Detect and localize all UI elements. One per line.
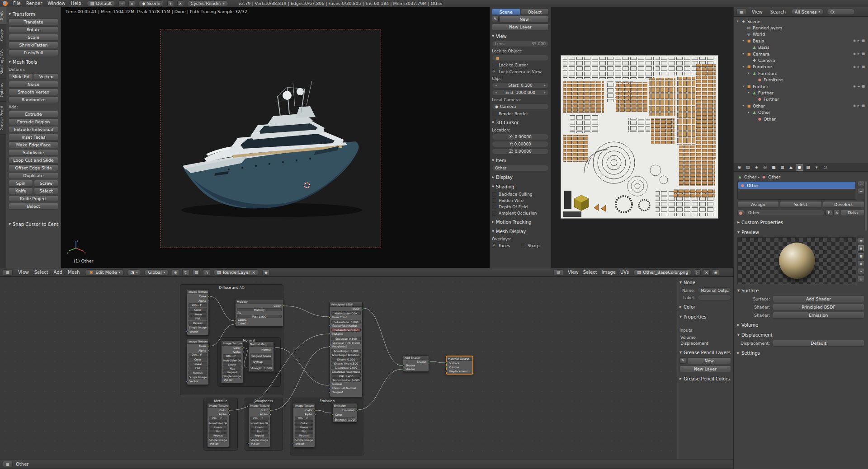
lock-object-field[interactable]: ■ bbox=[492, 55, 549, 61]
outliner-row[interactable]: ▾▲Further bbox=[735, 89, 867, 96]
delete-layout-button[interactable]: × bbox=[128, 0, 135, 7]
outliner-row[interactable]: ●Further bbox=[735, 96, 867, 103]
cursor-y-field[interactable]: Y: 0.00000 bbox=[492, 141, 549, 147]
render-engine-selector[interactable]: Cycles Render▾ bbox=[187, 0, 228, 7]
checkbox-hidden-wire[interactable]: Hidden Wire bbox=[492, 197, 549, 203]
renderlayer-field[interactable]: ▤RenderLayer× bbox=[213, 269, 259, 276]
scene-tab[interactable]: ◈ bbox=[753, 164, 760, 171]
surface-panel-header[interactable]: ▼Surface bbox=[737, 287, 864, 294]
outliner-search-menu[interactable]: Search bbox=[768, 9, 788, 14]
outliner-row[interactable]: ▾■Further◉►■ bbox=[735, 83, 867, 89]
tool-button[interactable]: Randomize bbox=[9, 96, 58, 103]
image-unlink-button[interactable]: × bbox=[703, 269, 710, 276]
manipulator-rotate-icon[interactable]: ↻ bbox=[182, 269, 189, 276]
grease-pencil-draw-icon[interactable]: ✎ bbox=[679, 357, 686, 364]
preview-monkey-button[interactable]: ◉ bbox=[858, 260, 864, 267]
node-material-output[interactable]: Material OutputSurfaceVolumeDisplacement bbox=[446, 356, 473, 374]
menubar-menu[interactable]: Render bbox=[24, 1, 45, 6]
preview-world-button[interactable]: ◎ bbox=[858, 276, 864, 282]
viewport-menu[interactable]: Select bbox=[32, 270, 51, 275]
faces-checkbox[interactable]: ✓Faces bbox=[492, 243, 520, 249]
tool-button[interactable]: Smooth Vertex bbox=[9, 89, 58, 95]
grease-pencil-new-button[interactable]: New bbox=[500, 16, 549, 23]
shader-2-dropdown[interactable]: Emission bbox=[773, 312, 864, 319]
local-camera-field[interactable]: ◆Camera bbox=[492, 103, 549, 110]
tool-button[interactable]: Knife bbox=[9, 188, 33, 194]
item-panel-header[interactable]: ▼Item bbox=[492, 157, 549, 164]
shading-panel-header[interactable]: ▼Shading bbox=[492, 183, 549, 190]
select-button[interactable]: Select bbox=[780, 201, 821, 208]
lens-field[interactable]: Lens:35.000 bbox=[492, 41, 549, 47]
render-camera-icon[interactable]: ◆ bbox=[262, 269, 269, 276]
axis-gizmo-icon[interactable]: x y z bbox=[66, 238, 86, 257]
custom-properties-header[interactable]: ▶Custom Properties bbox=[737, 219, 864, 226]
new-layer-button[interactable]: New Layer bbox=[492, 23, 549, 30]
view-panel-header[interactable]: ▼View bbox=[492, 33, 549, 40]
editor-type-uv-icon[interactable]: ▤ bbox=[553, 269, 563, 276]
outliner-row[interactable]: ▾▲Other bbox=[735, 109, 867, 115]
outliner-row[interactable]: ▾▲Furniture bbox=[735, 70, 867, 76]
uv-menu[interactable]: View bbox=[566, 270, 581, 275]
unlink-material-button[interactable]: × bbox=[833, 210, 840, 216]
node-panel-header[interactable]: ▼Node bbox=[679, 279, 731, 286]
image-pin-icon[interactable]: ◉ bbox=[712, 269, 719, 276]
mesh-tools-panel-header[interactable]: ▼Mesh Tools bbox=[9, 58, 58, 66]
preview-flat-button[interactable]: ▬ bbox=[858, 237, 864, 244]
tool-shelf-tab-tools[interactable]: Tools bbox=[0, 7, 6, 25]
editor-type-3dview-icon[interactable]: ▦ bbox=[3, 269, 13, 276]
outliner-display-mode[interactable]: All Scenes▾ bbox=[791, 9, 824, 15]
node-image-texture[interactable]: Image TextureColorAlphaOth... FNon-Color… bbox=[221, 341, 243, 384]
preview-sphere-button[interactable]: ● bbox=[858, 245, 864, 252]
tool-button[interactable]: Translate bbox=[9, 19, 58, 25]
data-link-button[interactable]: Data bbox=[841, 209, 864, 216]
node-properties-panel-header[interactable]: ▼Properties bbox=[679, 313, 731, 320]
visibility-toggles[interactable]: ◉►■ bbox=[853, 84, 865, 88]
tab-object[interactable]: Object bbox=[521, 9, 549, 15]
tool-button[interactable]: Make Edge/Face bbox=[9, 141, 58, 148]
outliner-row[interactable]: ●Furniture bbox=[735, 77, 867, 83]
visibility-toggles[interactable]: ◉►■ bbox=[853, 52, 865, 56]
lock-camera-checkbox[interactable]: ✓Lock Camera to View bbox=[492, 69, 549, 75]
node-editor[interactable]: Diffuse and AONormalMetallicRoughnessEmi… bbox=[0, 277, 733, 459]
add-layout-button[interactable]: + bbox=[118, 0, 125, 7]
uv-menu[interactable]: Select bbox=[581, 270, 599, 275]
render-border-checkbox[interactable]: Render Border bbox=[492, 111, 549, 117]
menubar-menu[interactable]: Help bbox=[69, 1, 84, 6]
node-image-texture[interactable]: Image TextureColorAlphaOth... FColorLine… bbox=[187, 339, 209, 385]
browse-material-button[interactable]: ● bbox=[737, 210, 744, 216]
delete-scene-button[interactable]: × bbox=[177, 0, 184, 7]
outliner-row[interactable]: ◎World bbox=[735, 31, 867, 38]
cursor-x-field[interactable]: X: 0.00000 bbox=[492, 134, 549, 140]
manipulator-translate-icon[interactable]: ⊕ bbox=[172, 269, 179, 276]
tab-scene[interactable]: Scene bbox=[492, 9, 520, 15]
checkbox-ambient-occlusion[interactable]: Ambient Occlusion bbox=[492, 210, 549, 216]
tool-shelf-tab-create[interactable]: Create bbox=[0, 25, 6, 46]
visibility-toggles[interactable]: ◉►■ bbox=[853, 39, 865, 42]
transform-panel-header[interactable]: ▼Transform bbox=[9, 10, 58, 18]
tool-button[interactable]: Shrink/Fatten bbox=[9, 42, 58, 48]
material-slot-list[interactable]: ●Other bbox=[737, 181, 856, 200]
render-tab[interactable]: ◉ bbox=[736, 164, 743, 171]
tool-button[interactable]: Slide Ed bbox=[9, 73, 33, 80]
blender-logo-icon[interactable] bbox=[3, 1, 8, 6]
tool-button[interactable]: Offset Edge Slide bbox=[9, 164, 58, 171]
outliner-view-menu[interactable]: View bbox=[750, 9, 765, 14]
sharp-checkbox[interactable]: Sharp bbox=[521, 243, 549, 249]
menubar-menu[interactable]: Window bbox=[45, 1, 67, 6]
node-emission[interactable]: EmissionEmissionColorStrength: 1.000 bbox=[332, 403, 357, 422]
snap-magnet-icon[interactable]: ∩ bbox=[203, 269, 210, 276]
viewport-3d[interactable]: Time:00:05.41 | Mem:1504.22M, Peak:1528.… bbox=[61, 7, 490, 268]
screen-layout-selector[interactable]: ▤Default bbox=[87, 0, 116, 7]
modifiers-tab[interactable]: ▦ bbox=[778, 164, 786, 171]
preview-hair-button[interactable]: ≈ bbox=[858, 268, 864, 275]
editor-type-outliner-icon[interactable]: ▦ bbox=[736, 9, 746, 15]
tool-button[interactable]: Screw bbox=[34, 180, 58, 187]
visibility-toggles[interactable]: ◉►■ bbox=[853, 104, 865, 108]
outliner-row[interactable]: ▾◈Scene bbox=[735, 18, 867, 24]
node-label-field[interactable] bbox=[698, 295, 731, 300]
checkbox-depth-of-field[interactable]: Depth Of Field bbox=[492, 204, 549, 210]
cursor-panel-header[interactable]: ▼3D Cursor bbox=[492, 119, 549, 126]
tool-button[interactable]: Inset Faces bbox=[9, 134, 58, 141]
transform-orientation-selector[interactable]: Global▾ bbox=[144, 269, 169, 276]
motion-tracking-panel-header[interactable]: ▶Motion Tracking bbox=[492, 218, 549, 225]
